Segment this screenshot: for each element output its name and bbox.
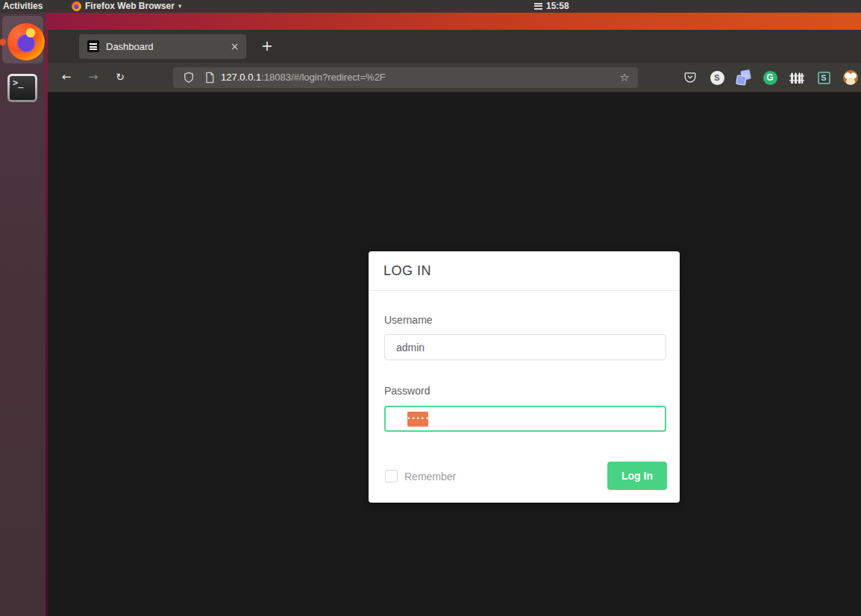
dock-item-firefox[interactable] (2, 16, 43, 63)
firefox-window: Dashboard × + ← → ↻ 127.0.0.1:18083/#/lo… (48, 30, 861, 616)
privacy-badger-icon[interactable] (840, 67, 861, 88)
app-menu-label: Firefox Web Browser (85, 1, 175, 12)
login-card: LOG IN Username Password ••••• Remember … (369, 251, 680, 503)
forward-button[interactable]: → (84, 68, 103, 87)
username-label: Username (384, 314, 433, 326)
remember-label: Remember (404, 471, 456, 483)
reload-button[interactable]: ↻ (110, 68, 130, 87)
password-selected-text: ••••• (407, 412, 428, 427)
clock[interactable]: 15:58 (534, 1, 569, 12)
divider (369, 290, 680, 291)
login-card-title: LOG IN (383, 263, 431, 279)
new-tab-button[interactable]: + (257, 36, 278, 57)
navigation-toolbar: ← → ↻ 127.0.0.1:18083/#/login?redirect=%… (48, 63, 861, 92)
desktop-wallpaper-band (48, 13, 861, 30)
url-path: :18083/#/login?redirect=%2F (261, 72, 386, 83)
bookmark-star-icon[interactable]: ☆ (616, 69, 633, 86)
grammarly-icon[interactable]: G (760, 67, 780, 88)
tracking-protection-shield-icon[interactable] (183, 72, 195, 84)
login-button[interactable]: Log In (607, 462, 667, 490)
back-button[interactable]: ← (57, 68, 76, 87)
terminal-icon: >_ (10, 76, 35, 100)
firefox-icon (7, 23, 45, 60)
tab-close-button[interactable]: × (228, 40, 242, 54)
dock: >_ (0, 13, 46, 616)
s-extension-icon[interactable]: S (707, 67, 727, 88)
url-bar[interactable]: 127.0.0.1:18083/#/login?redirect=%2F ☆ (173, 67, 638, 88)
weekday-wed-icon (534, 3, 542, 10)
pages-extension-icon[interactable] (733, 67, 754, 88)
activities-button[interactable]: Activities (0, 1, 46, 12)
page-content: LOG IN Username Password ••••• Remember … (48, 92, 861, 616)
remember-checkbox[interactable] (385, 470, 398, 483)
clock-time: 15:58 (546, 1, 569, 12)
running-indicator-dot (0, 39, 6, 45)
fence-extension-icon[interactable] (786, 67, 807, 88)
page-info-icon[interactable] (204, 72, 216, 84)
stylus-icon[interactable]: S (813, 67, 834, 88)
tab-bar: Dashboard × + (48, 30, 861, 63)
pocket-icon[interactable] (680, 67, 701, 88)
app-menu-button[interactable]: Firefox Web Browser ▾ (72, 1, 181, 12)
firefox-mini-icon (72, 1, 81, 11)
dashboard-favicon-icon (87, 40, 99, 52)
gnome-top-bar: Activities Firefox Web Browser ▾ 15:58 (0, 0, 861, 13)
chevron-down-icon: ▾ (178, 1, 182, 12)
tab-title: Dashboard (106, 41, 154, 52)
tab-dashboard[interactable]: Dashboard × (79, 34, 246, 59)
url-text: 127.0.0.1:18083/#/login?redirect=%2F (221, 72, 386, 83)
password-input[interactable]: ••••• (384, 406, 666, 432)
dock-item-terminal[interactable]: >_ (7, 74, 37, 102)
username-input[interactable] (384, 334, 666, 360)
password-label: Password (384, 385, 430, 397)
url-host: 127.0.0.1 (221, 72, 261, 83)
